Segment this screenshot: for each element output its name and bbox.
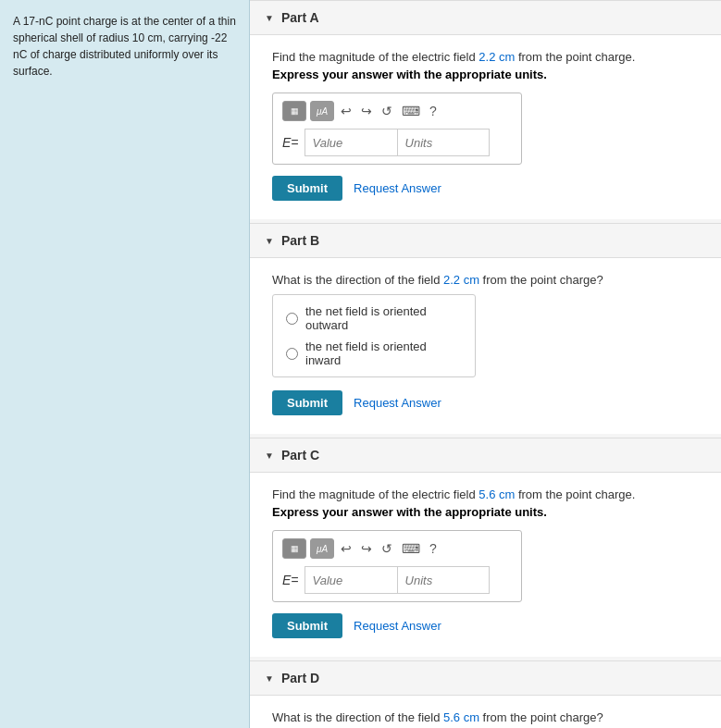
part-c-value-input[interactable] [305,566,397,594]
part-b-request-answer-link[interactable]: Request Answer [354,396,441,410]
part-a-action-row: Submit Request Answer [272,176,699,201]
collapse-icon-d: ▼ [265,673,274,684]
part-c-submit-button[interactable]: Submit [272,613,342,638]
part-c-body: Find the magnitude of the electric field… [250,473,721,657]
part-b-title: Part B [281,233,319,248]
part-d-title: Part D [281,671,319,685]
part-c-express: Express your answer with the appropriate… [272,505,699,519]
part-c-units-input[interactable] [397,566,490,594]
keyboard-button-c[interactable]: ⌨ [399,539,423,558]
mu-button-c[interactable]: μA [310,538,334,559]
part-b-section: ▼ Part B What is the direction of the fi… [250,223,721,434]
part-c-toolbar: ▦ μA ↩ ↪ ↺ ⌨ ? [282,538,512,559]
part-b-option-1[interactable]: the net field is oriented outward [286,304,462,332]
part-a-answer-box: ▦ μA ↩ ↪ ↺ ⌨ ? E= [272,93,522,165]
part-a-eq-label: E= [282,135,299,150]
part-c-question: Find the magnitude of the electric field… [272,487,699,501]
part-a-question: Find the magnitude of the electric field… [272,50,699,64]
refresh-button-c[interactable]: ↺ [379,539,395,558]
part-a-units-input[interactable] [397,129,490,156]
part-c-action-row: Submit Request Answer [272,613,699,638]
part-d-question: What is the direction of the field 5.6 c… [272,710,699,724]
grid-button-c[interactable]: ▦ [282,538,306,559]
part-a-title: Part A [281,10,319,25]
part-c-input-row: E= [282,566,512,594]
part-b-question: What is the direction of the field 2.2 c… [272,273,699,287]
collapse-icon-b: ▼ [265,236,274,246]
redo-button-c[interactable]: ↪ [358,539,375,558]
part-b-option-2[interactable]: the net field is oriented inward [286,339,462,367]
part-a-header[interactable]: ▼ Part A [250,1,721,35]
part-b-radio-2[interactable] [286,348,298,360]
help-button-c[interactable]: ? [427,539,440,558]
part-a-section: ▼ Part A Find the magnitude of the elect… [250,0,721,219]
part-c-title: Part C [281,448,319,463]
part-b-header[interactable]: ▼ Part B [250,224,721,258]
part-a-value-input[interactable] [305,129,397,156]
part-d-header[interactable]: ▼ Part D [250,661,721,696]
part-b-option-1-label: the net field is oriented outward [305,304,462,332]
part-d-section: ▼ Part D What is the direction of the fi… [250,660,721,728]
sidebar-description: A 17-nC point charge is at the center of… [13,13,236,80]
keyboard-button-a[interactable]: ⌨ [399,102,423,120]
part-a-request-answer-link[interactable]: Request Answer [354,181,441,195]
sidebar: A 17-nC point charge is at the center of… [0,0,250,728]
undo-button-a[interactable]: ↩ [338,102,354,120]
part-c-header[interactable]: ▼ Part C [250,438,721,473]
part-b-options-box: the net field is oriented outward the ne… [272,294,476,377]
part-b-option-2-label: the net field is oriented inward [305,339,462,367]
part-a-input-row: E= [282,129,512,156]
part-c-answer-box: ▦ μA ↩ ↪ ↺ ⌨ ? E= [272,530,522,602]
mu-button-a[interactable]: μA [310,101,334,121]
part-b-radio-1[interactable] [286,313,298,325]
help-button-a[interactable]: ? [427,102,440,120]
part-b-body: What is the direction of the field 2.2 c… [250,258,721,434]
collapse-icon-a: ▼ [265,13,274,23]
part-c-section: ▼ Part C Find the magnitude of the elect… [250,438,721,657]
grid-button-a[interactable]: ▦ [282,101,306,121]
part-c-request-answer-link[interactable]: Request Answer [354,619,441,633]
part-a-toolbar: ▦ μA ↩ ↪ ↺ ⌨ ? [282,101,512,121]
collapse-icon-c: ▼ [265,450,274,461]
undo-button-c[interactable]: ↩ [338,539,354,558]
part-a-express: Express your answer with the appropriate… [272,68,699,81]
part-a-body: Find the magnitude of the electric field… [250,35,721,219]
redo-button-a[interactable]: ↪ [358,102,375,120]
part-d-body: What is the direction of the field 5.6 c… [250,696,721,728]
refresh-button-a[interactable]: ↺ [379,102,395,120]
part-b-submit-button[interactable]: Submit [272,390,342,415]
main-content: ▼ Part A Find the magnitude of the elect… [250,0,721,728]
part-a-submit-button[interactable]: Submit [272,176,342,201]
part-c-eq-label: E= [282,573,299,587]
part-b-action-row: Submit Request Answer [272,390,699,415]
